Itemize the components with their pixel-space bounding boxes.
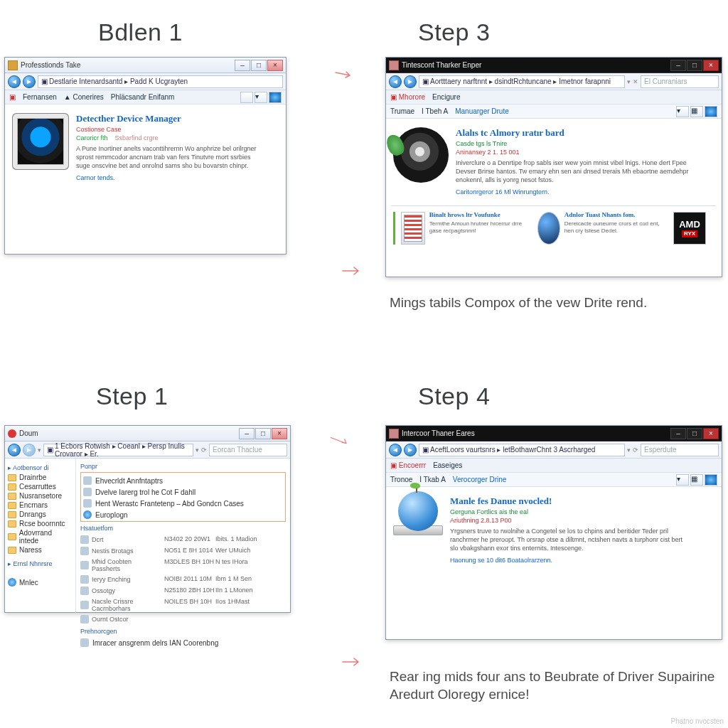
list-item[interactable]: Dvelve Iarerg trol he Cot F dahll <box>83 486 283 498</box>
forward-button[interactable]: ► <box>404 75 417 88</box>
toolbar-button[interactable]: ▦ <box>690 474 703 486</box>
toolbar-button[interactable]: ▦ <box>690 106 703 117</box>
step-label-2: Step 1 <box>96 384 168 408</box>
feature-meta: Caroricr fth <box>76 134 108 141</box>
back-button[interactable]: ◄ <box>8 75 21 88</box>
list-item[interactable]: Europlogn <box>83 509 283 520</box>
tab-item[interactable]: Tronoe <box>390 476 412 483</box>
forward-button[interactable]: ► <box>404 444 417 456</box>
feature-body: Yrgsners truve to rwolnihe a Congetel se… <box>450 527 692 552</box>
close-button[interactable]: × <box>267 60 283 71</box>
tab-item[interactable]: Phläcsandr Enifanm <box>111 93 175 101</box>
help-button[interactable] <box>269 92 282 103</box>
table-row[interactable]: Ournt Ostcor <box>80 614 286 625</box>
maximize-button[interactable]: □ <box>687 428 702 439</box>
titlebar[interactable]: Doum – □ × <box>5 426 290 441</box>
tab-item[interactable]: Verocorger Drine <box>453 476 507 483</box>
minimize-button[interactable]: – <box>239 428 255 439</box>
table-row[interactable]: Nestis BrotagsNO51 E 8H 1014Wer UMuich <box>80 545 286 557</box>
file-icon <box>83 499 92 508</box>
back-button[interactable]: ◄ <box>389 75 402 88</box>
breadcrumb[interactable]: ▣Aortttaery narftnnt ▸ dsindtRchtuncane … <box>419 75 625 88</box>
toolbar-button[interactable]: ▾ <box>676 106 689 117</box>
promo-thumbnail <box>537 212 560 245</box>
sidebar-item[interactable]: Nusransetore <box>8 491 73 500</box>
sidebar-item[interactable]: Dnrangs <box>8 510 73 519</box>
list-item[interactable]: Ehvecrldt Annfntaptrs <box>83 475 283 486</box>
maximize-button[interactable]: □ <box>251 60 267 71</box>
titlebar[interactable]: Intercoor Thaner Eares – □ × <box>386 426 722 441</box>
forward-button[interactable]: ► <box>23 75 36 88</box>
tab-item[interactable]: Trumae <box>390 107 414 115</box>
sidebar-group: ▸ Ernsl Nhnrsre <box>8 560 73 567</box>
toolbar-button[interactable]: ▾ <box>676 474 689 486</box>
feature-link[interactable]: Caritonrgeror 16 Ml Winrungtern. <box>456 188 550 196</box>
tab-item[interactable]: Fernansen <box>23 93 57 101</box>
window-title: Doum <box>19 429 38 437</box>
menu-item[interactable]: Easeiges <box>433 461 462 469</box>
menu-item[interactable]: ▣ Encoerrr <box>390 461 426 469</box>
maximize-button[interactable]: □ <box>255 428 271 439</box>
table-row[interactable]: Mhid Coobten PasshertsM3DLES BH 10HN tes… <box>80 557 286 574</box>
arrow-icon <box>341 266 363 276</box>
arrow-icon <box>341 657 363 667</box>
help-button[interactable] <box>705 106 717 117</box>
table-row[interactable]: Nacsle Crissre CacrnborharsNOILES BH 10H… <box>80 596 286 614</box>
breadcrumb[interactable]: ▣1 Ecbors Rotwish ▸ Coeanl ▸ Persp Inuli… <box>43 444 193 456</box>
breadcrumb[interactable]: ▣Destlarie Intenardsantd ▸ Padd K Ucgray… <box>38 75 283 88</box>
file-icon <box>80 575 89 584</box>
minimize-button[interactable]: – <box>670 60 686 71</box>
tab-item[interactable]: ▣ <box>9 93 16 101</box>
menu-item[interactable]: Encigure <box>432 93 460 101</box>
feature-link[interactable]: Carnor tends. <box>76 174 115 181</box>
list-item[interactable]: Hent Werastc Frantetenp – Abd Gondcn Cas… <box>83 498 283 509</box>
promo-body: Dereicacte ouneurne crors et cod ent, he… <box>564 220 668 235</box>
sidebar-item[interactable]: Naress <box>8 545 73 555</box>
toolbar-button[interactable] <box>240 92 253 103</box>
toolbar-button[interactable]: ▾ <box>255 92 267 103</box>
file-icon <box>80 638 89 647</box>
close-button[interactable]: × <box>703 60 719 71</box>
file-icon <box>80 615 89 623</box>
folder-icon <box>8 547 16 554</box>
close-button[interactable]: × <box>703 428 719 439</box>
list-item[interactable]: Imracer ansgrenm delrs IAN Coorenbng <box>80 637 286 648</box>
feature-subtitle: Casde tgs ls Tnire <box>456 140 714 147</box>
back-button[interactable]: ◄ <box>389 444 402 456</box>
sidebar-item[interactable]: Rcse boornntc <box>8 519 73 528</box>
table-row[interactable]: OssotgyN25180 2BH 10HIIn 1 LMonen <box>80 585 286 596</box>
sidebar-item[interactable]: Drainrbe <box>8 473 73 482</box>
minimize-button[interactable]: – <box>235 60 250 71</box>
feature-link[interactable]: Haonung se 10 dit6 Boataolrarzenn. <box>450 557 552 564</box>
breadcrumb[interactable]: ▣AceftLoors vaurtsnrs ▸ letBothawrChnt 3… <box>419 444 625 456</box>
feature-meta: Aninansey 2 1. 15 001 <box>456 149 714 156</box>
titlebar[interactable]: Professtionds Take – □ × <box>5 58 286 73</box>
table-row[interactable]: Ieryy EnchingNOIBI 2011 10MIbm 1 M Sen <box>80 574 286 585</box>
tab-item[interactable]: I Tkab A <box>419 476 446 483</box>
sidebar-item[interactable]: Mnlec <box>8 577 73 587</box>
forward-button[interactable]: ► <box>23 444 36 456</box>
file-icon <box>80 561 89 569</box>
tab-item[interactable]: ▲ Conerires <box>64 93 104 101</box>
table-row[interactable]: DcrtN3402 20 20W1Ibits. 1 Madion <box>80 534 286 545</box>
file-icon <box>83 510 92 519</box>
search-input[interactable]: Eorcan Thaclue <box>209 444 287 456</box>
sidebar: ▸ Aotbensor di Drainrbe Cesarruttes Nusr… <box>5 459 76 614</box>
sidebar-item[interactable]: Cesarruttes <box>8 482 73 491</box>
minimize-button[interactable]: – <box>670 428 686 439</box>
close-button[interactable]: × <box>272 428 287 439</box>
tab-item[interactable]: Manuarger Drute <box>455 107 509 115</box>
menu-item[interactable]: ▣ Mhorore <box>390 93 425 101</box>
back-button[interactable]: ◄ <box>8 444 21 456</box>
menu-row: ▣ Encoerrr Easeiges <box>386 459 722 473</box>
maximize-button[interactable]: □ <box>687 60 702 71</box>
promo-title[interactable]: Binalt hrows ltr Voufunke <box>429 212 532 219</box>
sidebar-item[interactable]: Encrnars <box>8 500 73 510</box>
sidebar-item[interactable]: Adovrrand intede <box>8 528 73 545</box>
help-button[interactable] <box>705 474 717 486</box>
search-input[interactable]: El Cunraniars <box>641 75 719 88</box>
tab-item[interactable]: I Tbeh A <box>422 107 448 115</box>
promo-title[interactable]: Adnlor Tuast Nhants fom. <box>564 212 668 219</box>
titlebar[interactable]: Tintescont Tharker Enper – □ × <box>386 58 722 73</box>
search-input[interactable]: Esperdute <box>641 444 719 456</box>
